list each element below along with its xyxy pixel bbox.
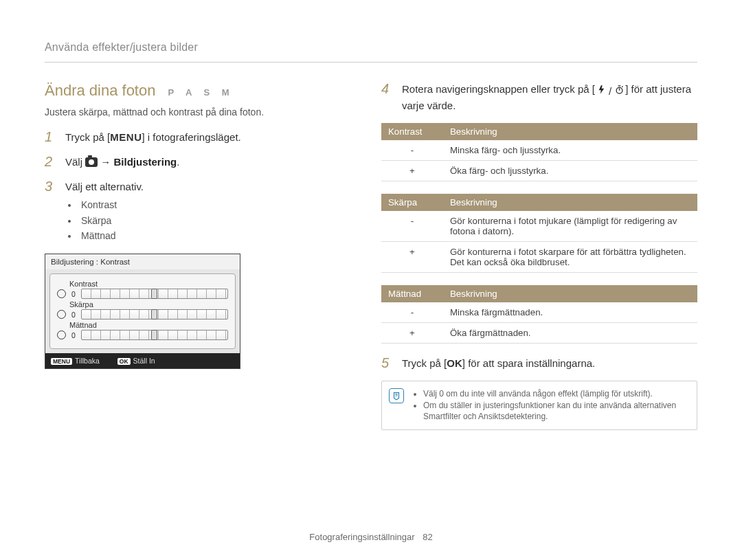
slider-label: Kontrast bbox=[69, 280, 228, 288]
step-3: 3 Välj ett alternativ. Kontrast Skärpa M… bbox=[45, 179, 340, 245]
step-text: Tryck på [ bbox=[65, 131, 110, 143]
cell-symbol: - bbox=[381, 140, 443, 161]
step-1: 1 Tryck på [MENU] i fotograferingsläget. bbox=[45, 130, 340, 145]
th-desc: Beskrivning bbox=[443, 123, 697, 140]
separator: / bbox=[609, 84, 611, 99]
table-saturation: MättnadBeskrivning -Minska färgmättnaden… bbox=[381, 285, 697, 344]
set-label: Ställ In bbox=[133, 357, 155, 365]
ok-key-label: OK bbox=[447, 357, 462, 369]
step-text: ] i fotograferingsläget. bbox=[142, 131, 240, 143]
slider-label: Skärpa bbox=[69, 300, 228, 309]
table-sharpness: SkärpaBeskrivning -Gör konturerna i foto… bbox=[381, 194, 697, 273]
step-number: 4 bbox=[381, 82, 392, 113]
th-symbol: Kontrast bbox=[381, 123, 443, 140]
step-text: ] för att spara inställningarna. bbox=[462, 357, 595, 369]
th-desc: Beskrivning bbox=[443, 285, 697, 302]
set-key: OK bbox=[117, 358, 131, 365]
device-footer: MENUTillbaka OKStäll In bbox=[45, 353, 240, 368]
th-symbol: Mättnad bbox=[381, 285, 443, 302]
mode-badges: P A S M bbox=[168, 87, 234, 98]
step-text: . bbox=[177, 156, 179, 168]
info-icon bbox=[389, 388, 404, 403]
step-text: Välj ett alternativ. bbox=[65, 181, 144, 192]
step-bold: Bildjustering bbox=[114, 156, 177, 168]
step-5: 5 Tryck på [OK] för att spara inställnin… bbox=[381, 356, 697, 371]
step-text: Rotera navigeringsknappen eller tryck på… bbox=[402, 83, 595, 95]
footer-section: Fotograferingsinställningar bbox=[309, 532, 414, 542]
table-contrast: KontrastBeskrivning -Minska färg- och lj… bbox=[381, 123, 697, 181]
cell-desc: Gör konturerna i fotot skarpare för att … bbox=[443, 242, 697, 273]
note-box: Välj 0 om du inte vill använda någon eff… bbox=[381, 381, 697, 430]
slider-label: Mättnad bbox=[69, 321, 228, 329]
th-symbol: Skärpa bbox=[381, 194, 443, 211]
step-number: 1 bbox=[45, 130, 56, 145]
device-header: Bildjustering : Kontrast bbox=[45, 254, 240, 269]
step-text: Välj bbox=[65, 156, 85, 168]
cell-desc: Gör konturerna i fotot mjukare (lämpligt… bbox=[443, 211, 697, 242]
step-2: 2 Välj → Bildjustering. bbox=[45, 155, 340, 170]
menu-key-label: MENU bbox=[110, 131, 142, 143]
step-number: 5 bbox=[381, 356, 392, 371]
cell-symbol: + bbox=[381, 242, 443, 273]
bullet-item: Mättnad bbox=[68, 229, 340, 243]
timer-icon bbox=[613, 84, 625, 96]
th-desc: Beskrivning bbox=[443, 194, 697, 211]
slider-value: 0 bbox=[70, 311, 77, 319]
slider-thumb bbox=[151, 330, 157, 340]
cell-symbol: - bbox=[381, 302, 443, 323]
slider-thumb bbox=[151, 309, 157, 320]
step-number: 3 bbox=[45, 179, 56, 245]
page-footer: Fotograferingsinställningar 82 bbox=[0, 532, 742, 542]
slider-value: 0 bbox=[70, 331, 77, 339]
cell-desc: Minska färgmättnaden. bbox=[443, 302, 697, 323]
contrast-icon bbox=[57, 289, 66, 298]
breadcrumb: Använda effekter/justera bilder bbox=[45, 41, 697, 54]
device-screenshot: Bildjustering : Kontrast Kontrast 0 Skär… bbox=[45, 254, 240, 369]
slider-thumb bbox=[151, 289, 157, 299]
slider-track bbox=[81, 330, 228, 340]
page-title: Ändra dina foton bbox=[45, 82, 155, 100]
slider-track bbox=[81, 309, 228, 320]
cell-symbol: + bbox=[381, 323, 443, 344]
divider bbox=[45, 62, 697, 63]
saturation-icon bbox=[57, 331, 66, 339]
note-item: Välj 0 om du inte vill använda någon eff… bbox=[423, 388, 687, 400]
slider-value: 0 bbox=[70, 290, 77, 298]
bullet-item: Skärpa bbox=[68, 214, 340, 227]
step-4: 4 Rotera navigeringsknappen eller tryck … bbox=[381, 82, 697, 113]
step-text: Tryck på [ bbox=[402, 357, 447, 369]
bullet-item: Kontrast bbox=[68, 198, 340, 212]
sub-bullets: Kontrast Skärpa Mättnad bbox=[68, 198, 340, 243]
note-item: Om du ställer in justeringsfunktioner ka… bbox=[423, 400, 687, 423]
step-number: 2 bbox=[45, 155, 56, 170]
sharpness-icon bbox=[57, 310, 66, 319]
back-key: MENU bbox=[51, 358, 72, 365]
slider-track bbox=[81, 289, 228, 299]
step-text: → bbox=[100, 156, 113, 168]
page-number: 82 bbox=[423, 532, 432, 542]
cell-desc: Öka färgmättnaden. bbox=[443, 323, 697, 344]
cell-desc: Öka färg- och ljusstyrka. bbox=[443, 161, 697, 181]
camera-icon bbox=[85, 157, 98, 167]
cell-symbol: - bbox=[381, 211, 443, 242]
flash-icon bbox=[595, 84, 607, 96]
cell-symbol: + bbox=[381, 161, 443, 181]
subtitle: Justera skärpa, mättnad och kontrast på … bbox=[45, 107, 340, 117]
cell-desc: Minska färg- och ljusstyrka. bbox=[443, 140, 697, 161]
back-label: Tillbaka bbox=[75, 357, 100, 365]
